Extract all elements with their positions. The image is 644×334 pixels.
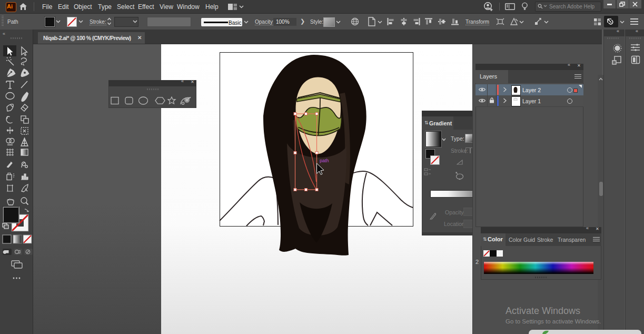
svg-text:path: path xyxy=(320,158,329,163)
